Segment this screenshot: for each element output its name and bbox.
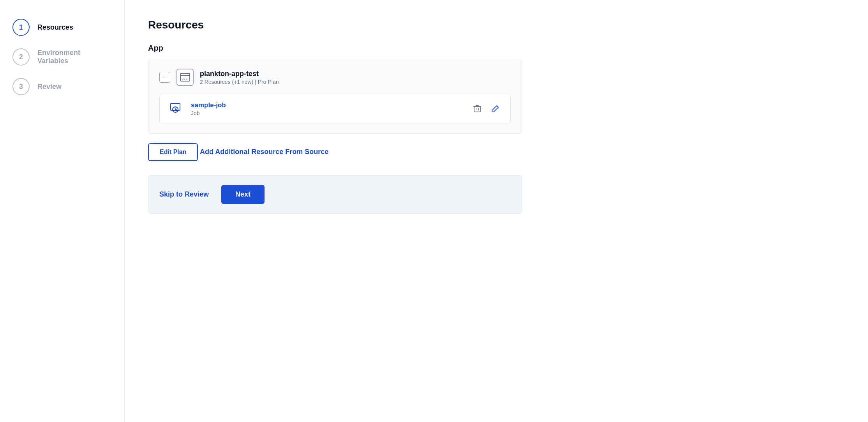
delete-resource-button[interactable] [471,103,483,115]
resource-info: sample-job Job [191,101,465,116]
svg-rect-7 [474,106,480,112]
step-circle-1: 1 [12,19,30,36]
step-label-review: Review [37,83,62,91]
code-icon: </> [180,72,191,83]
skip-to-review-button[interactable]: Skip to Review [159,190,209,199]
add-resource-link[interactable]: Add Additional Resource From Source [200,148,328,156]
svg-text:</>: </> [182,78,188,81]
app-header: − </> plankton-app-test 2 Resources (+1 … [159,69,511,86]
step-circle-2: 2 [12,48,30,66]
resource-actions [471,103,501,115]
step-circle-3: 3 [12,78,30,95]
resource-item: sample-job Job [159,94,511,124]
resource-icon [169,101,185,117]
edit-plan-button[interactable]: Edit Plan [148,143,198,161]
resource-name: sample-job [191,101,465,109]
main-content: Resources App − </> plankton-app-test 2 … [125,0,868,422]
resource-type: Job [191,110,465,116]
sidebar-item-env-vars[interactable]: 2 Environment Variables [12,48,112,66]
app-icon: </> [176,69,194,86]
edit-icon [491,105,499,113]
sidebar-item-resources[interactable]: 1 Resources [12,19,112,36]
edit-resource-button[interactable] [489,103,501,115]
app-card: − </> plankton-app-test 2 Resources (+1 … [148,59,522,134]
sidebar: 1 Resources 2 Environment Variables 3 Re… [0,0,125,422]
step-label-resources: Resources [37,23,73,32]
app-meta: 2 Resources (+1 new) | Pro Plan [200,79,279,85]
job-icon [170,102,184,116]
page-title: Resources [148,19,845,31]
sidebar-item-review[interactable]: 3 Review [12,78,112,95]
app-name: plankton-app-test [200,70,279,78]
collapse-button[interactable]: − [159,72,170,83]
section-title: App [148,44,845,53]
next-button[interactable]: Next [221,185,265,204]
delete-icon [473,105,482,113]
step-label-env-vars: Environment Variables [37,49,112,65]
app-info: plankton-app-test 2 Resources (+1 new) |… [200,70,279,85]
bottom-bar: Skip to Review Next [148,175,522,214]
